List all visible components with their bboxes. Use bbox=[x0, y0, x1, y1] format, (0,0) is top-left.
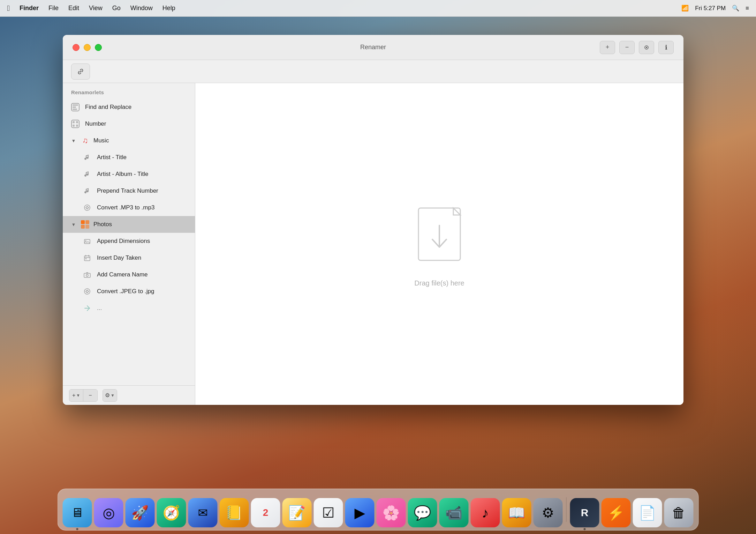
menubar-view[interactable]: View bbox=[89, 5, 103, 12]
dock-facetime[interactable]: 📹 bbox=[439, 498, 469, 527]
svg-point-1 bbox=[646, 47, 647, 48]
footer-settings-group: ⚙ ▼ bbox=[103, 389, 117, 402]
dock-calendar[interactable]: 2 bbox=[251, 498, 280, 527]
partial-label: ... bbox=[97, 305, 102, 312]
menubar-window[interactable]: Window bbox=[130, 5, 153, 12]
sidebar-item-artist-album-title[interactable]: Artist - Album - Title bbox=[63, 166, 195, 183]
menubar-search-icon[interactable]: 🔍 bbox=[732, 5, 739, 12]
svg-rect-13 bbox=[81, 220, 85, 224]
sidebar-scroll[interactable]: Find and Replace Number bbox=[63, 99, 195, 385]
sidebar-group-photos-header[interactable]: ▼ Photos bbox=[63, 216, 195, 233]
svg-rect-20 bbox=[85, 258, 86, 259]
svg-rect-21 bbox=[84, 273, 90, 277]
music-chevron-icon: ▼ bbox=[70, 138, 77, 144]
svg-rect-9 bbox=[73, 125, 75, 127]
sidebar-item-insert-day[interactable]: Insert Day Taken bbox=[63, 250, 195, 266]
photos-dock-icon: 🌸 bbox=[383, 505, 400, 521]
svg-rect-17 bbox=[84, 239, 90, 244]
dock-renamer[interactable]: R bbox=[570, 498, 599, 527]
dock-keynote[interactable]: ▶ bbox=[345, 498, 375, 527]
svg-point-12 bbox=[86, 207, 88, 209]
dock-ibooks[interactable]: 📖 bbox=[502, 498, 531, 527]
dock-preferences[interactable]: ⚙ bbox=[534, 498, 563, 527]
dock-mail[interactable]: ✉ bbox=[188, 498, 218, 527]
prepend-track-icon bbox=[82, 186, 92, 196]
sidebar-item-find-replace[interactable]: Find and Replace bbox=[63, 99, 195, 116]
sidebar-item-number[interactable]: Number bbox=[63, 116, 195, 132]
convert-mp3-label: Convert .MP3 to .mp3 bbox=[97, 204, 154, 211]
menubar-help[interactable]: Help bbox=[162, 5, 175, 12]
sidebar-group-photos: ▼ Photos bbox=[63, 216, 195, 317]
dock-photos[interactable]: 🌸 bbox=[377, 498, 406, 527]
dock-launchpad[interactable]: 🚀 bbox=[126, 498, 155, 527]
svg-point-23 bbox=[84, 289, 90, 294]
dock-reeder[interactable]: ⚡ bbox=[602, 498, 631, 527]
newfile-icon: 📄 bbox=[639, 505, 656, 521]
menubar-file[interactable]: File bbox=[48, 5, 59, 12]
sidebar-group-music-header[interactable]: ▼ ♫ Music bbox=[63, 132, 195, 149]
dock-contacts[interactable]: 📒 bbox=[220, 498, 249, 527]
launchpad-icon: 🚀 bbox=[131, 505, 149, 521]
menubar-list-icon[interactable]: ≡ bbox=[746, 5, 749, 12]
sidebar-add-button[interactable]: + ▼ bbox=[69, 390, 83, 401]
remove-button[interactable]: − bbox=[619, 41, 635, 54]
number-icon bbox=[70, 119, 80, 129]
drop-area[interactable]: Drag file(s) here bbox=[195, 83, 683, 405]
insert-day-icon bbox=[82, 253, 92, 263]
dock-safari[interactable]: 🧭 bbox=[157, 498, 186, 527]
minimize-button[interactable] bbox=[84, 44, 91, 51]
sidebar-item-convert-jpeg[interactable]: Convert .JPEG to .jpg bbox=[63, 283, 195, 300]
close-button[interactable] bbox=[73, 44, 80, 51]
finder-active-dot bbox=[76, 528, 78, 530]
menubar-go[interactable]: Go bbox=[112, 5, 121, 12]
sidebar-group-music: ▼ ♫ Music Artist - Title bbox=[63, 132, 195, 216]
reminders-icon: ☑ bbox=[322, 505, 335, 521]
sidebar-item-convert-mp3[interactable]: Convert .MP3 to .mp3 bbox=[63, 199, 195, 216]
apple-menu[interactable]:  bbox=[7, 4, 10, 13]
dock-finder[interactable]: 🖥 bbox=[63, 498, 92, 527]
info-button[interactable]: ℹ bbox=[658, 41, 674, 54]
dock-trash[interactable]: 🗑 bbox=[664, 498, 694, 527]
dock-siri[interactable]: ◎ bbox=[94, 498, 123, 527]
dock-newfile[interactable]: 📄 bbox=[633, 498, 662, 527]
find-replace-icon bbox=[70, 102, 80, 112]
sidebar-item-partial[interactable]: ... bbox=[63, 300, 195, 317]
sidebar-item-prepend-track[interactable]: Prepend Track Number bbox=[63, 183, 195, 199]
add-camera-label: Add Camera Name bbox=[97, 271, 148, 278]
maximize-button[interactable] bbox=[95, 44, 102, 51]
sidebar-remove-button[interactable]: − bbox=[83, 390, 97, 401]
calendar-icon: 2 bbox=[263, 507, 269, 518]
preview-button[interactable] bbox=[639, 41, 654, 54]
menubar-left:  Finder File Edit View Go Window Help bbox=[7, 4, 175, 13]
dock-messages[interactable]: 💬 bbox=[408, 498, 437, 527]
menubar-edit[interactable]: Edit bbox=[68, 5, 79, 12]
dock-itunes[interactable]: ♪ bbox=[471, 498, 500, 527]
window-title: Renamer bbox=[360, 44, 386, 51]
sidebar-item-add-camera[interactable]: Add Camera Name bbox=[63, 266, 195, 283]
dock-notes[interactable]: 📝 bbox=[282, 498, 312, 527]
preferences-icon: ⚙ bbox=[542, 505, 554, 521]
prepend-track-label: Prepend Track Number bbox=[97, 187, 158, 194]
sidebar-footer: + ▼ − ⚙ ▼ bbox=[63, 385, 195, 405]
sidebar-item-append-dims[interactable]: Append Dimensions bbox=[63, 233, 195, 250]
menubar-finder[interactable]: Finder bbox=[20, 5, 39, 12]
svg-rect-14 bbox=[85, 220, 89, 224]
ibooks-icon: 📖 bbox=[508, 505, 526, 521]
dock-reminders[interactable]: ☑ bbox=[314, 498, 343, 527]
traffic-lights bbox=[73, 44, 102, 51]
find-replace-label: Find and Replace bbox=[85, 104, 131, 111]
safari-icon: 🧭 bbox=[163, 505, 180, 521]
svg-rect-16 bbox=[85, 225, 89, 229]
sidebar-settings-button[interactable]: ⚙ ▼ bbox=[103, 390, 117, 401]
number-label: Number bbox=[85, 120, 106, 127]
link-button[interactable] bbox=[71, 64, 90, 80]
photos-chevron-icon: ▼ bbox=[70, 221, 77, 228]
sidebar-item-artist-title[interactable]: Artist - Title bbox=[63, 149, 195, 166]
append-dims-icon bbox=[82, 236, 92, 246]
svg-point-22 bbox=[86, 274, 88, 276]
dock-separator bbox=[566, 497, 567, 522]
music-group-label: Music bbox=[93, 137, 109, 144]
titlebar: Renamer + − ℹ bbox=[63, 35, 683, 60]
toolbar bbox=[63, 60, 683, 83]
add-button[interactable]: + bbox=[600, 41, 615, 54]
